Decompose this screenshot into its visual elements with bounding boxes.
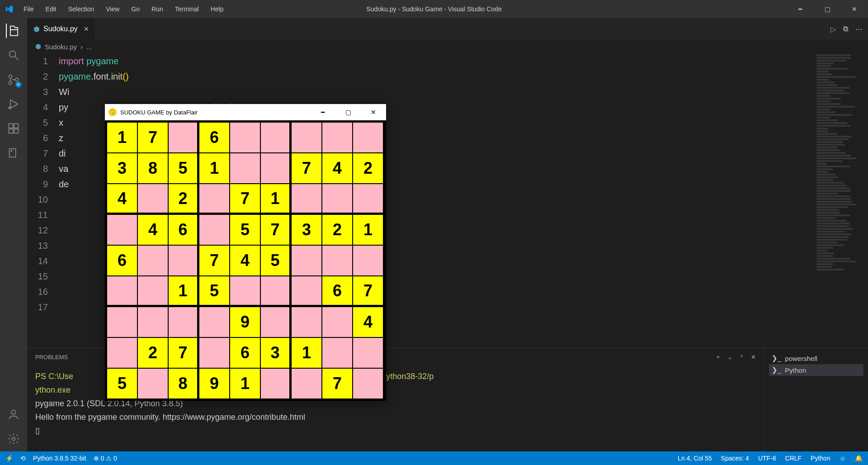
sudoku-cell[interactable] [260, 368, 291, 399]
sudoku-cell[interactable] [107, 214, 137, 245]
sudoku-cell[interactable] [137, 276, 168, 307]
sudoku-cell[interactable]: 7 [322, 368, 353, 399]
sudoku-cell[interactable] [137, 368, 168, 399]
sudoku-cell[interactable] [322, 337, 353, 368]
source-control-icon[interactable]: ⟳ [6, 72, 21, 87]
split-editor-icon[interactable]: ⧉ [843, 25, 848, 33]
sudoku-cell[interactable] [291, 122, 322, 153]
more-actions-icon[interactable]: ⋯ [855, 25, 863, 33]
sudoku-cell[interactable]: 8 [168, 368, 199, 399]
remote-icon[interactable] [6, 146, 21, 160]
sudoku-cell[interactable]: 7 [291, 153, 322, 184]
sudoku-cell[interactable]: 5 [260, 245, 291, 276]
new-terminal-icon[interactable]: ＋ [715, 353, 721, 361]
indentation[interactable]: Spaces: 4 [721, 455, 749, 462]
sudoku-cell[interactable]: 2 [353, 153, 383, 184]
sudoku-cell[interactable]: 8 [137, 153, 168, 184]
sudoku-cell[interactable] [168, 307, 199, 337]
sudoku-cell[interactable]: 2 [322, 214, 353, 245]
minimap[interactable] [814, 53, 868, 347]
sudoku-cell[interactable] [353, 337, 383, 368]
sudoku-cell[interactable]: 5 [168, 153, 199, 184]
sudoku-cell[interactable]: 9 [199, 368, 230, 399]
sudoku-cell[interactable] [260, 307, 291, 337]
sudoku-cell[interactable]: 3 [260, 337, 291, 368]
sudoku-cell[interactable] [291, 307, 322, 337]
notifications-icon[interactable]: 🔔 [855, 455, 863, 462]
sudoku-cell[interactable]: 4 [230, 245, 260, 276]
encoding[interactable]: UTF-8 [758, 455, 776, 462]
sudoku-cell[interactable]: 1 [107, 122, 137, 153]
sudoku-cell[interactable] [230, 122, 260, 153]
sudoku-cell[interactable] [353, 184, 383, 214]
pygame-titlebar[interactable]: 🐍 SUDOKU GAME by DataFlair ━ ▢ ✕ [105, 104, 386, 120]
sudoku-cell[interactable]: 7 [260, 214, 291, 245]
sudoku-cell[interactable]: 5 [199, 276, 230, 307]
language-mode[interactable]: Python [811, 455, 830, 462]
sudoku-cell[interactable] [168, 122, 199, 153]
sudoku-cell[interactable]: 4 [322, 153, 353, 184]
problems-status[interactable]: ⊗ 0 ⚠ 0 [94, 455, 117, 462]
sudoku-cell[interactable]: 1 [353, 214, 383, 245]
sudoku-cell[interactable] [107, 276, 137, 307]
pygame-minimize-button[interactable]: ━ [310, 104, 335, 120]
sudoku-cell[interactable]: 5 [107, 368, 137, 399]
sudoku-cell[interactable] [353, 122, 383, 153]
accounts-icon[interactable] [6, 407, 21, 422]
sync-icon[interactable]: ⟲ [20, 455, 26, 462]
remote-indicator-icon[interactable]: ⚡ [5, 455, 13, 462]
sudoku-cell[interactable] [199, 337, 230, 368]
sudoku-cell[interactable]: 2 [137, 337, 168, 368]
maximize-button[interactable]: ▢ [814, 0, 841, 18]
settings-gear-icon[interactable] [6, 432, 21, 446]
sudoku-cell[interactable] [322, 245, 353, 276]
terminal-shell-python[interactable]: ❯_Python [769, 364, 863, 376]
sudoku-cell[interactable] [353, 245, 383, 276]
sudoku-cell[interactable]: 5 [230, 214, 260, 245]
sudoku-cell[interactable]: 7 [168, 337, 199, 368]
run-debug-icon[interactable] [6, 97, 21, 111]
feedback-icon[interactable]: ☺ [840, 455, 846, 462]
sudoku-cell[interactable]: 7 [353, 276, 383, 307]
sudoku-cell[interactable]: 3 [107, 153, 137, 184]
extensions-icon[interactable] [6, 121, 21, 136]
sudoku-cell[interactable] [199, 214, 230, 245]
sudoku-cell[interactable] [291, 276, 322, 307]
sudoku-cell[interactable]: 6 [199, 122, 230, 153]
panel-tab-problems[interactable]: PROBLEMS [35, 354, 68, 361]
sudoku-cell[interactable]: 2 [168, 184, 199, 214]
close-panel-icon[interactable]: ✕ [751, 354, 756, 361]
python-interpreter[interactable]: Python 3.8.5 32-bit [33, 455, 86, 462]
sudoku-cell[interactable]: 6 [230, 337, 260, 368]
terminal-dropdown-icon[interactable]: ⌄ [727, 354, 732, 361]
sudoku-cell[interactable]: 3 [291, 214, 322, 245]
sudoku-cell[interactable] [322, 307, 353, 337]
sudoku-cell[interactable] [291, 368, 322, 399]
sudoku-cell[interactable] [107, 307, 137, 337]
close-button[interactable]: ✕ [841, 0, 868, 18]
sudoku-cell[interactable] [137, 184, 168, 214]
sudoku-cell[interactable] [322, 184, 353, 214]
cursor-position[interactable]: Ln 4, Col 55 [678, 455, 712, 462]
sudoku-cell[interactable]: 6 [168, 214, 199, 245]
sudoku-cell[interactable] [199, 184, 230, 214]
sudoku-cell[interactable]: 1 [230, 368, 260, 399]
menu-edit[interactable]: Edit [40, 3, 62, 15]
sudoku-cell[interactable]: 7 [199, 245, 230, 276]
sudoku-cell[interactable]: 9 [230, 307, 260, 337]
sudoku-cell[interactable] [322, 122, 353, 153]
sudoku-cell[interactable] [137, 307, 168, 337]
menu-run[interactable]: Run [146, 3, 169, 15]
run-file-icon[interactable]: ▷ [830, 25, 836, 33]
sudoku-cell[interactable]: 1 [291, 337, 322, 368]
menu-help[interactable]: Help [205, 3, 229, 15]
sudoku-cell[interactable] [168, 245, 199, 276]
sudoku-cell[interactable]: 7 [230, 184, 260, 214]
close-tab-icon[interactable]: × [84, 24, 89, 34]
sudoku-cell[interactable]: 4 [107, 184, 137, 214]
sudoku-cell[interactable] [230, 153, 260, 184]
sudoku-cell[interactable] [291, 245, 322, 276]
sudoku-cell[interactable]: 4 [353, 307, 383, 337]
sudoku-cell[interactable]: 6 [107, 245, 137, 276]
maximize-panel-icon[interactable]: ＾ [739, 353, 745, 361]
